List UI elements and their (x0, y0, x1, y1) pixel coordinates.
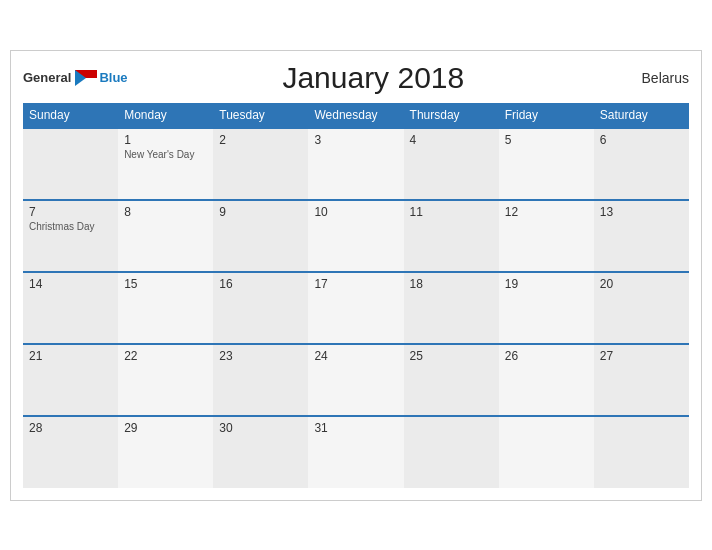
day-number: 12 (505, 205, 588, 219)
calendar-cell: 10 (308, 200, 403, 272)
logo-blue-text: Blue (99, 70, 127, 85)
calendar-header: General Blue January 2018 Belarus (23, 61, 689, 95)
week-row-4: 21222324252627 (23, 344, 689, 416)
calendar-cell (404, 416, 499, 488)
day-number: 22 (124, 349, 207, 363)
calendar-cell: 5 (499, 128, 594, 200)
calendar-cell: 20 (594, 272, 689, 344)
day-number: 19 (505, 277, 588, 291)
day-number: 15 (124, 277, 207, 291)
day-number: 4 (410, 133, 493, 147)
day-number: 18 (410, 277, 493, 291)
week-row-5: 28293031 (23, 416, 689, 488)
calendar-cell: 29 (118, 416, 213, 488)
weekday-header-friday: Friday (499, 103, 594, 128)
day-number: 13 (600, 205, 683, 219)
calendar-cell: 19 (499, 272, 594, 344)
calendar-cell (594, 416, 689, 488)
week-row-2: 7Christmas Day8910111213 (23, 200, 689, 272)
day-number: 5 (505, 133, 588, 147)
day-number: 10 (314, 205, 397, 219)
calendar-cell: 13 (594, 200, 689, 272)
calendar-cell: 22 (118, 344, 213, 416)
weekday-header-thursday: Thursday (404, 103, 499, 128)
day-number: 28 (29, 421, 112, 435)
day-number: 2 (219, 133, 302, 147)
calendar-cell: 9 (213, 200, 308, 272)
calendar-cell: 1New Year's Day (118, 128, 213, 200)
calendar-cell (23, 128, 118, 200)
day-number: 21 (29, 349, 112, 363)
logo: General Blue (23, 70, 128, 86)
calendar-cell: 14 (23, 272, 118, 344)
week-row-3: 14151617181920 (23, 272, 689, 344)
day-number: 27 (600, 349, 683, 363)
day-number: 17 (314, 277, 397, 291)
calendar-cell: 30 (213, 416, 308, 488)
calendar-cell: 18 (404, 272, 499, 344)
day-number: 3 (314, 133, 397, 147)
day-number: 29 (124, 421, 207, 435)
day-number: 31 (314, 421, 397, 435)
calendar-cell: 27 (594, 344, 689, 416)
weekday-header-tuesday: Tuesday (213, 103, 308, 128)
calendar-cell: 7Christmas Day (23, 200, 118, 272)
calendar-cell: 4 (404, 128, 499, 200)
calendar-cell: 2 (213, 128, 308, 200)
day-number: 11 (410, 205, 493, 219)
day-number: 24 (314, 349, 397, 363)
day-number: 20 (600, 277, 683, 291)
calendar-cell: 3 (308, 128, 403, 200)
logo-flag-icon (75, 70, 97, 86)
holiday-name: Christmas Day (29, 221, 112, 232)
day-number: 7 (29, 205, 112, 219)
week-row-1: 1New Year's Day23456 (23, 128, 689, 200)
day-number: 30 (219, 421, 302, 435)
day-number: 14 (29, 277, 112, 291)
day-number: 26 (505, 349, 588, 363)
logo-general-text: General (23, 70, 71, 85)
calendar-cell (499, 416, 594, 488)
weekday-header-saturday: Saturday (594, 103, 689, 128)
holiday-name: New Year's Day (124, 149, 207, 160)
calendar-cell: 24 (308, 344, 403, 416)
calendar-cell: 17 (308, 272, 403, 344)
calendar-container: General Blue January 2018 Belarus Sunday… (10, 50, 702, 501)
calendar-cell: 16 (213, 272, 308, 344)
weekday-header-wednesday: Wednesday (308, 103, 403, 128)
calendar-cell: 6 (594, 128, 689, 200)
calendar-cell: 12 (499, 200, 594, 272)
calendar-cell: 28 (23, 416, 118, 488)
day-number: 8 (124, 205, 207, 219)
calendar-cell: 23 (213, 344, 308, 416)
day-number: 25 (410, 349, 493, 363)
calendar-title: January 2018 (128, 61, 619, 95)
calendar-cell: 26 (499, 344, 594, 416)
day-number: 23 (219, 349, 302, 363)
calendar-cell: 11 (404, 200, 499, 272)
calendar-cell: 21 (23, 344, 118, 416)
weekday-header-row: SundayMondayTuesdayWednesdayThursdayFrid… (23, 103, 689, 128)
day-number: 6 (600, 133, 683, 147)
day-number: 9 (219, 205, 302, 219)
calendar-cell: 8 (118, 200, 213, 272)
weekday-header-monday: Monday (118, 103, 213, 128)
day-number: 1 (124, 133, 207, 147)
calendar-cell: 15 (118, 272, 213, 344)
calendar-cell: 31 (308, 416, 403, 488)
calendar-country: Belarus (619, 70, 689, 86)
day-number: 16 (219, 277, 302, 291)
calendar-table: SundayMondayTuesdayWednesdayThursdayFrid… (23, 103, 689, 488)
calendar-cell: 25 (404, 344, 499, 416)
weekday-header-sunday: Sunday (23, 103, 118, 128)
